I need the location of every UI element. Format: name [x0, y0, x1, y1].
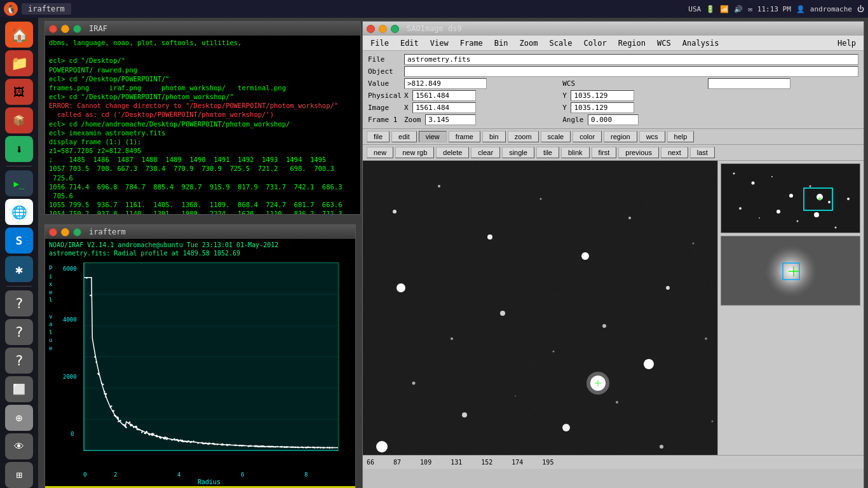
ds9-min-btn[interactable] — [379, 25, 387, 33]
btn-single[interactable]: single — [502, 147, 534, 158]
ubuntu-logo-icon[interactable]: 🐧 — [4, 2, 18, 16]
ds9-toolbar1: file edit view frame bin zoom scale colo… — [363, 129, 864, 145]
btn-new[interactable]: new — [367, 147, 393, 158]
menu-analysis[interactable]: Analysis — [677, 37, 724, 49]
file-input[interactable]: astrometry.fits — [404, 54, 858, 65]
zoom-label: Zoom — [404, 116, 421, 124]
ds9-thumb-zoom[interactable] — [721, 236, 860, 306]
iraf-top-titlebar: IRAF — [45, 22, 360, 36]
menu-wcs[interactable]: WCS — [652, 37, 676, 49]
physical-y-value[interactable]: 1035.129 — [571, 90, 634, 101]
btn-color[interactable]: color — [573, 131, 602, 142]
y-tick-2000: 2000 — [63, 374, 77, 380]
physical-y-label: Y — [562, 92, 567, 100]
bird-icon[interactable]: ✱ — [5, 256, 33, 282]
ds9-thumb-overview[interactable] — [721, 163, 860, 233]
btn-region[interactable]: region — [604, 131, 637, 142]
ds9-scale-bar: 66 87 109 131 152 174 195 — [363, 455, 864, 469]
btn-first[interactable]: first — [592, 147, 617, 158]
iraf-header-line1: NOAO/IRAF V2.14.1 andromache@ubuntu Tue … — [45, 239, 355, 250]
home-icon[interactable]: 🏠 — [5, 22, 33, 48]
radial-profile-canvas — [83, 262, 339, 451]
iraf-bottom-min-btn[interactable] — [61, 228, 69, 236]
physical-x-value[interactable]: 1561.484 — [412, 90, 476, 101]
menu-frame[interactable]: Frame — [455, 37, 488, 49]
image-y-value[interactable]: 1035.129 — [571, 102, 634, 113]
help2-icon[interactable]: ? — [5, 319, 33, 345]
iraf-line-9: ecl> cd /home/andromache/Desktop/POWERPO… — [49, 119, 356, 128]
ds9-close-btn[interactable] — [367, 25, 375, 33]
iraf-data-header: ; 1485 1486 1487 1488 1489 1490 1491 149… — [49, 155, 356, 164]
menu-zoom[interactable]: Zoom — [515, 37, 543, 49]
btn-previous[interactable]: previous — [618, 147, 659, 158]
help3-icon[interactable]: ? — [5, 348, 33, 374]
btn-delete[interactable]: delete — [436, 147, 469, 158]
menu-view[interactable]: View — [425, 37, 454, 49]
x-tick-6: 6 — [241, 471, 244, 478]
settings-icon[interactable]: ⬜ — [5, 376, 33, 402]
menu-scale[interactable]: Scale — [544, 37, 577, 49]
x-axis-label: Radius — [198, 478, 220, 485]
iraf-bottom-content[interactable]: NOAO/IRAF V2.14.1 andromache@ubuntu Tue … — [45, 239, 355, 488]
menu-help[interactable]: Help — [832, 37, 861, 49]
btn-wcs[interactable]: wcs — [639, 131, 665, 142]
btn-blink[interactable]: blink — [561, 147, 590, 158]
object-value[interactable] — [404, 66, 858, 77]
btn-new-rgb[interactable]: new rgb — [395, 147, 434, 158]
wcs-value[interactable] — [708, 78, 790, 89]
apps-icon[interactable]: 📦 — [5, 107, 33, 133]
iraf-line-1: dbms, language, noao, plot, softools, ut… — [49, 38, 356, 47]
eye-icon[interactable]: 👁 — [5, 433, 33, 459]
info-row-physical: Physical X 1561.484 Y 1035.129 — [368, 90, 858, 101]
wcs-label: WCS — [556, 78, 707, 89]
files-icon[interactable]: 📁 — [5, 50, 33, 76]
svg-point-8 — [666, 286, 670, 290]
btn-tile[interactable]: tile — [536, 147, 559, 158]
terminal-icon[interactable]: ▶_ — [5, 170, 33, 196]
menu-region[interactable]: Region — [613, 37, 651, 49]
menu-edit[interactable]: Edit — [395, 37, 424, 49]
iraf-top-max-btn[interactable] — [73, 25, 81, 33]
btn-next[interactable]: next — [661, 147, 688, 158]
btn-last[interactable]: last — [690, 147, 715, 158]
chrome-icon[interactable]: 🌐 — [5, 199, 33, 225]
iraf-top-close-btn[interactable] — [49, 25, 57, 33]
btn-scale[interactable]: scale — [541, 131, 571, 142]
grid-icon[interactable]: ⊞ — [5, 462, 33, 488]
zoom-icon[interactable]: ⊕ — [5, 405, 33, 431]
iraf-bottom-close-btn[interactable] — [49, 228, 57, 236]
iraf-bottom-title: irafterm — [89, 227, 126, 236]
value-value[interactable]: >812.849 — [404, 78, 487, 89]
menu-bin[interactable]: Bin — [489, 37, 513, 49]
svg-point-3 — [438, 185, 440, 187]
btn-help[interactable]: help — [667, 131, 695, 142]
menu-file[interactable]: File — [365, 37, 394, 49]
btn-file[interactable]: file — [367, 131, 390, 142]
ds9-max-btn[interactable] — [391, 25, 399, 33]
photos-icon[interactable]: 🖼 — [5, 79, 33, 105]
file-label: File — [368, 54, 403, 65]
svg-point-13 — [500, 311, 505, 316]
download-icon[interactable]: ⬇ — [5, 136, 33, 162]
btn-view[interactable]: view — [419, 131, 447, 142]
btn-zoom[interactable]: zoom — [508, 131, 539, 142]
iraf-line-7: ecl> cd "/Desktop/POWERPOINT/photom_work… — [49, 92, 356, 101]
help1-icon[interactable]: ? — [5, 290, 33, 316]
menu-color[interactable]: Color — [579, 37, 612, 49]
skype-icon[interactable]: S — [5, 227, 33, 254]
angle-value[interactable]: 0.000 — [588, 114, 639, 125]
btn-frame[interactable]: frame — [449, 131, 480, 142]
thumb-zoom-svg — [721, 236, 860, 305]
svg-point-56 — [847, 198, 850, 200]
taskbar-app-label[interactable]: irafterm — [22, 3, 71, 15]
btn-edit[interactable]: edit — [391, 131, 417, 142]
ds9-image-area[interactable] — [363, 161, 717, 455]
btn-bin[interactable]: bin — [482, 131, 506, 142]
iraf-top-min-btn[interactable] — [61, 25, 69, 33]
zoom-value[interactable]: 3.145 — [425, 114, 476, 125]
svg-point-52 — [776, 210, 780, 214]
iraf-bottom-max-btn[interactable] — [73, 228, 81, 236]
image-x-value[interactable]: 1561.484 — [412, 102, 476, 113]
iraf-top-content[interactable]: dbms, language, noao, plot, softools, ut… — [45, 36, 360, 214]
btn-clear[interactable]: clear — [471, 147, 500, 158]
